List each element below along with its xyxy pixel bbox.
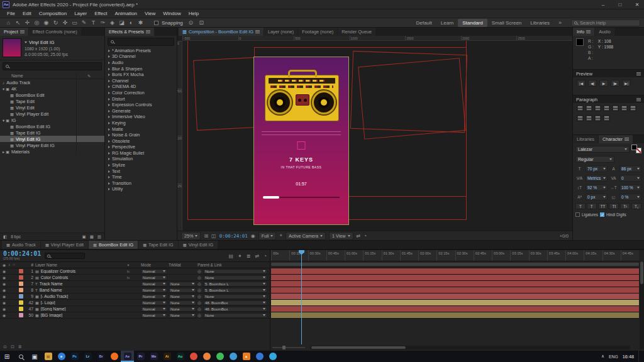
layer-visibility-toggle[interactable]: ◉ — [3, 300, 6, 305]
tab-effect-controls[interactable]: Effect Controls (none) — [29, 28, 81, 36]
hide-shy-layers-icon[interactable]: ≣ — [247, 253, 251, 259]
snap-option-icon-2[interactable]: ⊡ — [197, 19, 206, 27]
work-area-segment[interactable] — [271, 263, 639, 266]
effects-category-row[interactable]: Obsolete — [105, 138, 177, 145]
viewer-timecode[interactable]: 0:00:24:01 — [219, 233, 248, 239]
layer-track-row[interactable] — [271, 312, 639, 319]
timeline-layer-row[interactable]: ◉ 47 ▦ [Song Name] fx Normal None ◎ 48. … — [0, 306, 270, 312]
layer-track-row[interactable] — [271, 281, 639, 287]
ligatures-checkbox[interactable] — [575, 212, 580, 217]
resolution-select[interactable]: Full — [258, 232, 277, 240]
font-style-select[interactable]: Regular — [575, 156, 614, 163]
tab-footage-viewer[interactable]: Footage (none) — [298, 28, 337, 36]
mask-visibility-icon[interactable]: ◫ — [211, 233, 216, 239]
font-family-select[interactable]: Lalezar — [575, 146, 630, 153]
taskbar-app-icon[interactable] — [226, 351, 240, 362]
layer-name[interactable]: [- Logo] — [41, 300, 55, 305]
effects-category-row[interactable]: Channel — [105, 78, 177, 84]
playback-button[interactable]: |▶ — [611, 80, 619, 87]
tool-button[interactable]: ✱ — [136, 19, 145, 27]
kerning-value[interactable]: Metrics — [586, 175, 608, 182]
layer-name[interactable]: Track Name — [40, 282, 63, 286]
timeline-search-input[interactable] — [45, 253, 85, 259]
effects-category-row[interactable]: Generate — [105, 108, 177, 114]
project-tree-item[interactable]: ▸ ▣ Materials — [0, 148, 104, 155]
faux-style-button[interactable]: T¹ — [620, 203, 630, 209]
snap-option-icon[interactable]: ⊙ — [186, 19, 196, 27]
effects-category-row[interactable]: Color Correction — [105, 90, 177, 96]
minimize-button[interactable]: – — [596, 0, 610, 9]
layer-duration-bar[interactable] — [271, 300, 639, 305]
composition-mini-flowchart-icon[interactable]: ▤ — [228, 253, 233, 259]
parent-select[interactable]: None — [203, 269, 267, 274]
timeline-horizontal-scrollbar[interactable] — [310, 346, 630, 349]
expander-icon[interactable] — [108, 50, 110, 52]
layer-track-row[interactable] — [271, 306, 639, 312]
layer-visibility-toggle[interactable]: ◉ — [3, 288, 6, 292]
layer-visibility-toggle[interactable]: ◉ — [3, 269, 6, 273]
graph-editor-icon[interactable]: ◔ — [264, 253, 267, 259]
expander-icon[interactable] — [108, 128, 110, 131]
notification-center-button[interactable] — [638, 351, 641, 362]
alignment-button[interactable] — [621, 105, 628, 111]
project-column-headers[interactable]: Name ✎ — [0, 72, 104, 79]
alignment-button[interactable] — [594, 105, 601, 111]
layer-visibility-toggle[interactable]: ◉ — [3, 294, 6, 299]
layer-label-color[interactable] — [19, 300, 23, 305]
expander-icon[interactable] — [108, 152, 110, 155]
layer-name[interactable]: Equalizer Controls — [41, 269, 76, 273]
tab-project[interactable]: Project — [0, 28, 28, 36]
pixel-aspect-icon[interactable]: ⇄ — [357, 233, 361, 239]
timeline-composition-tab[interactable]: ▦ Vinyl Player Edit — [41, 241, 88, 249]
effects-search-input[interactable] — [108, 38, 174, 46]
zoom-select[interactable]: 25% — [181, 232, 201, 240]
menu-item[interactable]: Help — [185, 11, 203, 16]
selected-item-name[interactable]: Vinyl Edit IG — [25, 40, 68, 45]
expander-icon[interactable] — [108, 164, 110, 167]
project-tree-item[interactable]: ▦ BoomBox Edit IG — [0, 123, 104, 129]
effects-category-row[interactable]: Boris FX Mocha — [105, 72, 177, 78]
timeline-composition-tab[interactable]: ▦ Audio Track — [2, 241, 40, 249]
timeline-composition-tab[interactable]: ▦ BoomBox Edit IG — [89, 241, 138, 249]
expand-in-out-icon[interactable]: ≣ — [18, 344, 22, 349]
current-time-display[interactable]: 0:00:24:01 (25.00 fps) — [3, 251, 41, 261]
indent-button[interactable] — [594, 115, 601, 121]
tab-audio[interactable]: Audio — [595, 28, 614, 36]
search-help-box[interactable]: Search Help — [571, 19, 640, 26]
effects-category-row[interactable]: Transition — [105, 180, 177, 187]
parent-select[interactable]: None — [203, 294, 267, 299]
blend-mode-select[interactable]: Normal — [141, 294, 167, 299]
layer-duration-bar[interactable] — [271, 306, 639, 312]
effects-category-row[interactable]: Utility — [105, 187, 177, 193]
expander-icon[interactable] — [108, 80, 110, 82]
expander-icon[interactable] — [108, 92, 110, 94]
layer-label-color[interactable] — [19, 294, 23, 299]
snapshot-icon[interactable]: ◉ — [251, 233, 255, 239]
menu-item[interactable]: File — [3, 11, 19, 16]
pickwhip-icon[interactable]: ◎ — [197, 269, 201, 274]
new-composition-icon[interactable]: ▦ — [90, 234, 94, 239]
expander-icon[interactable] — [108, 55, 110, 58]
alignment-button[interactable] — [577, 105, 584, 111]
expander-icon[interactable] — [108, 170, 110, 173]
draft-3d-icon[interactable]: ✦ — [238, 253, 242, 259]
alignment-button[interactable] — [586, 105, 592, 111]
layer-duration-bar[interactable] — [271, 293, 639, 299]
taskbar-search-button[interactable] — [14, 351, 28, 362]
tool-button[interactable]: ◪ — [117, 19, 126, 27]
parent-select[interactable]: 5. Boombox L — [203, 288, 267, 293]
leading-value[interactable]: 86 px — [619, 165, 641, 172]
workspace-tab[interactable]: Learn — [436, 19, 458, 27]
tool-button[interactable]: ◈ — [108, 19, 117, 27]
pickwhip-icon[interactable]: ◎ — [197, 275, 201, 280]
effects-category-row[interactable]: 3D Channel — [105, 54, 177, 60]
interpret-footage-icon[interactable]: ◧ — [3, 234, 7, 239]
expander-icon[interactable] — [108, 158, 110, 160]
exposure-counter[interactable]: +0/0 — [560, 233, 569, 239]
fill-swatch[interactable] — [631, 145, 637, 150]
blend-mode-select[interactable]: Normal — [141, 300, 167, 305]
parent-column-header[interactable]: Parent & Link — [197, 263, 270, 267]
taskbar-app-icon[interactable] — [253, 351, 266, 362]
tab-info[interactable]: Info — [573, 28, 594, 36]
tab-libraries[interactable]: Libraries — [573, 135, 598, 143]
